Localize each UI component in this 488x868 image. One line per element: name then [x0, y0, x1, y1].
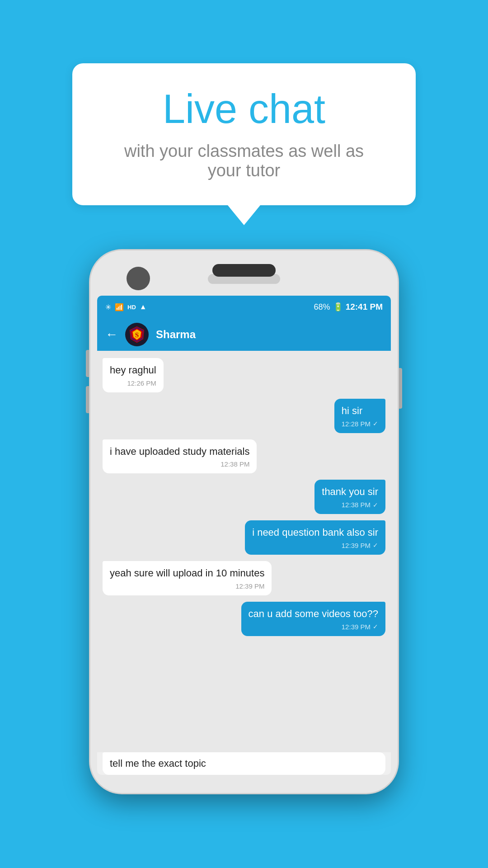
message-meta: 12:38 PM ✓ [322, 501, 378, 509]
speech-bubble: Live chat with your classmates as well a… [72, 63, 416, 205]
bluetooth-icon: ✳ [105, 303, 111, 311]
sent-bubble: can u add some videos too?? 12:39 PM ✓ [241, 602, 385, 636]
partial-message: tell me the exact topic [103, 752, 385, 775]
message-row: thank you sir 12:38 PM ✓ [103, 480, 385, 514]
message-meta: 12:39 PM ✓ [252, 542, 378, 549]
message-tick: ✓ [373, 623, 378, 630]
sent-bubble: thank you sir 12:38 PM ✓ [314, 480, 385, 514]
message-meta: 12:38 PM [110, 460, 249, 468]
svg-text:S: S [135, 331, 139, 339]
front-camera [127, 267, 150, 290]
live-chat-subtitle: with your classmates as well as your tut… [108, 142, 380, 180]
message-time: 12:39 PM [342, 623, 371, 631]
volume-down-button [86, 386, 90, 413]
message-row: yeah sure will upload in 10 minutes 12:3… [103, 561, 385, 595]
contact-avatar: S [125, 323, 149, 346]
message-row: i need question bank also sir 12:39 PM ✓ [103, 520, 385, 555]
message-tick: ✓ [373, 420, 378, 427]
hd-icon: HD [127, 304, 136, 311]
phone-screen: ✳ 📶 HD ▲ 68% 🔋 12:41 PM ← [97, 296, 391, 775]
message-tick: ✓ [373, 501, 378, 509]
power-button [398, 368, 402, 409]
message-text: thank you sir [322, 485, 378, 499]
phone-shell: ✳ 📶 HD ▲ 68% 🔋 12:41 PM ← [90, 250, 398, 793]
signal-icon: 📶 [115, 303, 124, 311]
received-bubble: yeah sure will upload in 10 minutes 12:3… [103, 561, 272, 595]
message-time: 12:38 PM [342, 501, 371, 509]
status-left-icons: ✳ 📶 HD ▲ [105, 303, 147, 311]
message-meta: 12:39 PM [110, 582, 264, 590]
status-bar: ✳ 📶 HD ▲ 68% 🔋 12:41 PM [97, 296, 391, 318]
contact-name: Sharma [156, 328, 196, 341]
message-text: yeah sure will upload in 10 minutes [110, 566, 264, 580]
message-text: hey raghul [110, 363, 156, 377]
message-row: can u add some videos too?? 12:39 PM ✓ [103, 602, 385, 636]
message-text: i need question bank also sir [252, 526, 378, 540]
message-text: i have uploaded study materials [110, 445, 249, 459]
chat-area[interactable]: hey raghul 12:26 PM hi sir 12:28 PM ✓ [97, 351, 391, 752]
wifi-icon: ▲ [140, 303, 147, 311]
message-meta: 12:39 PM ✓ [249, 623, 378, 631]
message-time: 12:39 PM [235, 582, 264, 590]
live-chat-title: Live chat [108, 86, 380, 132]
superman-icon: S [128, 326, 145, 343]
status-right-info: 68% 🔋 12:41 PM [314, 302, 383, 312]
received-bubble: hey raghul 12:26 PM [103, 358, 164, 392]
message-meta: 12:28 PM ✓ [342, 420, 378, 428]
message-time: 12:26 PM [127, 379, 156, 387]
message-meta: 12:26 PM [110, 379, 156, 387]
phone-mockup: ✳ 📶 HD ▲ 68% 🔋 12:41 PM ← [90, 250, 398, 793]
message-text: can u add some videos too?? [249, 607, 378, 621]
back-button[interactable]: ← [105, 327, 118, 342]
app-header: ← S Sharma [97, 318, 391, 351]
message-row: i have uploaded study materials 12:38 PM [103, 439, 385, 474]
message-row: hey raghul 12:26 PM [103, 358, 385, 392]
received-bubble: i have uploaded study materials 12:38 PM [103, 439, 257, 474]
battery-percent: 68% [314, 302, 330, 312]
status-time: 12:41 PM [346, 302, 383, 312]
message-row: hi sir 12:28 PM ✓ [103, 399, 385, 433]
battery-icon: 🔋 [333, 302, 343, 312]
message-text: hi sir [342, 404, 378, 418]
sent-bubble: i need question bank also sir 12:39 PM ✓ [245, 520, 385, 555]
sent-bubble: hi sir 12:28 PM ✓ [334, 399, 385, 433]
volume-up-button [86, 350, 90, 377]
message-time: 12:39 PM [342, 542, 371, 549]
message-tick: ✓ [373, 542, 378, 549]
message-time: 12:28 PM [342, 420, 371, 428]
home-pill [212, 264, 276, 277]
message-time: 12:38 PM [221, 460, 249, 468]
